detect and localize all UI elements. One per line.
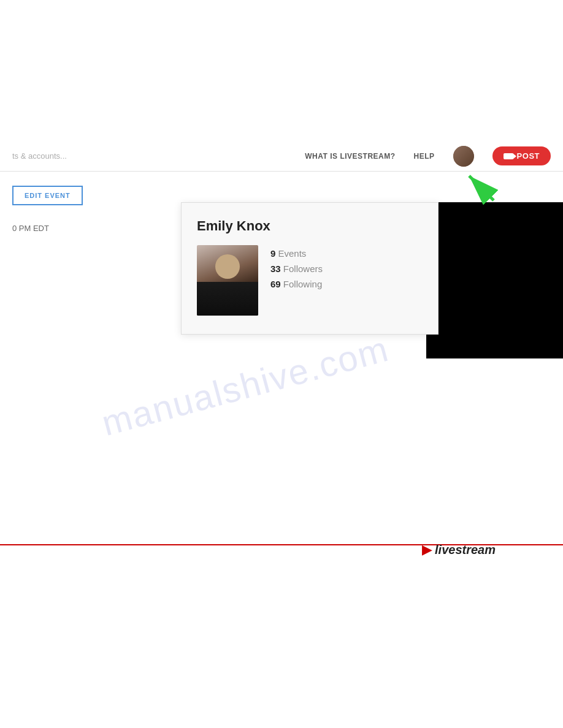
watermark-text: manualshive.com <box>98 327 394 445</box>
what-is-livestream-link[interactable]: WHAT IS LIVESTREAM? <box>305 152 395 161</box>
profile-photo <box>197 245 258 316</box>
left-panel: EDIT EVENT 0 PM EDT <box>0 173 184 245</box>
avatar-image <box>453 146 474 167</box>
event-time: 0 PM EDT <box>12 224 172 233</box>
events-stat: 9 Events <box>270 248 323 259</box>
navbar: ts & accounts... WHAT IS LIVESTREAM? HEL… <box>0 141 563 172</box>
profile-card: Emily Knox 9 Events 33 Followers 69 Foll… <box>181 202 439 335</box>
profile-stats: 9 Events 33 Followers 69 Following <box>270 245 323 289</box>
livestream-logo-text: livestream <box>435 543 496 557</box>
help-link[interactable]: HELP <box>414 152 435 161</box>
events-count: 9 <box>270 248 275 259</box>
following-stat: 69 Following <box>270 279 323 289</box>
followers-stat: 33 Followers <box>270 264 323 274</box>
profile-content: 9 Events 33 Followers 69 Following <box>197 245 423 316</box>
user-avatar[interactable] <box>453 146 474 167</box>
footer-logo: ▶ livestream <box>422 542 496 558</box>
following-count: 69 <box>270 279 281 289</box>
livestream-logo-icon: ▶ <box>422 542 432 558</box>
edit-event-button[interactable]: EDIT EVENT <box>12 186 83 205</box>
search-hint: ts & accounts... <box>12 151 67 161</box>
profile-name: Emily Knox <box>197 218 423 234</box>
video-preview-area <box>426 202 563 358</box>
followers-count: 33 <box>270 264 281 274</box>
video-camera-icon <box>504 153 513 159</box>
nav-links: WHAT IS LIVESTREAM? HELP POST <box>305 146 551 167</box>
svg-line-1 <box>469 176 494 200</box>
post-button[interactable]: POST <box>492 146 551 165</box>
